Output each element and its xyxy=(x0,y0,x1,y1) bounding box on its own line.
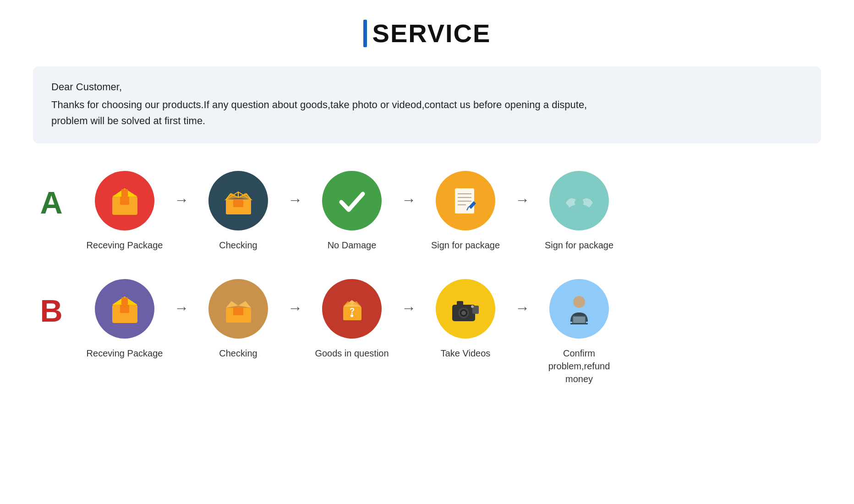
arrow-a4: → xyxy=(515,171,530,208)
svg-point-30 xyxy=(471,305,474,308)
flow-label-b1: Receving Package xyxy=(87,347,163,360)
svg-text:?: ? xyxy=(350,307,355,316)
svg-point-31 xyxy=(573,296,585,308)
svg-rect-2 xyxy=(120,197,129,205)
flow-row-a: A Receving Package → xyxy=(33,171,821,252)
row-letter-a: A xyxy=(33,185,70,220)
icon-teal-handshake xyxy=(549,171,609,230)
flow-item-a1: Receving Package xyxy=(79,171,170,252)
svg-rect-28 xyxy=(457,301,463,306)
icon-orange-sign xyxy=(436,171,495,230)
icon-red-package xyxy=(95,171,154,230)
arrow-a2: → xyxy=(288,171,302,208)
svg-rect-16 xyxy=(120,305,129,313)
svg-rect-34 xyxy=(570,323,588,324)
icon-yellow-camera xyxy=(436,279,495,339)
flow-row-b: B Receving Package → xyxy=(33,279,821,385)
title-accent-bar xyxy=(363,20,367,47)
notice-box: Dear Customer, Thanks for choosing our p… xyxy=(33,66,821,143)
flow-label-a2: Checking xyxy=(219,239,257,252)
flow-item-b5: Confirm problem,refund money xyxy=(533,279,625,385)
svg-point-13 xyxy=(575,199,584,206)
flow-label-a3: No Damage xyxy=(328,239,377,252)
svg-rect-6 xyxy=(233,200,243,207)
flow-label-a1: Receving Package xyxy=(87,239,163,252)
row-letter-b: B xyxy=(33,293,70,329)
arrow-a3: → xyxy=(401,171,416,208)
flow-section: A Receving Package → xyxy=(33,171,821,385)
svg-rect-3 xyxy=(121,189,128,197)
page-title-section: SERVICE xyxy=(363,18,491,48)
icon-dark-open-box xyxy=(208,171,268,230)
flow-items-a: Receving Package → xyxy=(79,171,821,252)
flow-item-a3: No Damage xyxy=(306,171,398,252)
flow-item-b4: Take Videos xyxy=(420,279,511,360)
flow-item-b3: ? Goods in question xyxy=(306,279,398,360)
flow-label-a5: Sign for package xyxy=(545,239,613,252)
flow-item-a5: Sign for package xyxy=(533,171,625,252)
flow-label-b5: Confirm problem,refund money xyxy=(538,347,620,385)
flow-items-b: Receving Package → Checking → xyxy=(79,279,821,385)
flow-item-a2: Checking xyxy=(192,171,284,252)
svg-rect-17 xyxy=(121,297,128,305)
svg-rect-19 xyxy=(233,308,243,315)
flow-label-a4: Sign for package xyxy=(431,239,500,252)
arrow-a1: → xyxy=(174,171,189,208)
arrow-b3: → xyxy=(401,279,416,317)
icon-tan-open-box xyxy=(208,279,268,339)
notice-greeting: Dear Customer, xyxy=(51,81,803,93)
svg-rect-33 xyxy=(573,317,585,323)
flow-item-b1: Receving Package xyxy=(79,279,170,360)
svg-point-27 xyxy=(461,311,466,315)
arrow-b1: → xyxy=(174,279,189,317)
page-title: SERVICE xyxy=(372,18,491,48)
arrow-b4: → xyxy=(515,279,530,317)
icon-blue-person xyxy=(549,279,609,339)
icon-purple-package xyxy=(95,279,154,339)
arrow-b2: → xyxy=(288,279,302,317)
flow-label-b3: Goods in question xyxy=(315,347,389,360)
flow-item-b2: Checking xyxy=(192,279,284,360)
notice-body: Thanks for choosing our products.If any … xyxy=(51,97,803,129)
flow-item-a4: Sign for package xyxy=(420,171,511,252)
icon-red-question-box: ? xyxy=(322,279,382,339)
icon-green-checkmark xyxy=(322,171,382,230)
flow-label-b2: Checking xyxy=(219,347,257,360)
flow-label-b4: Take Videos xyxy=(441,347,491,360)
